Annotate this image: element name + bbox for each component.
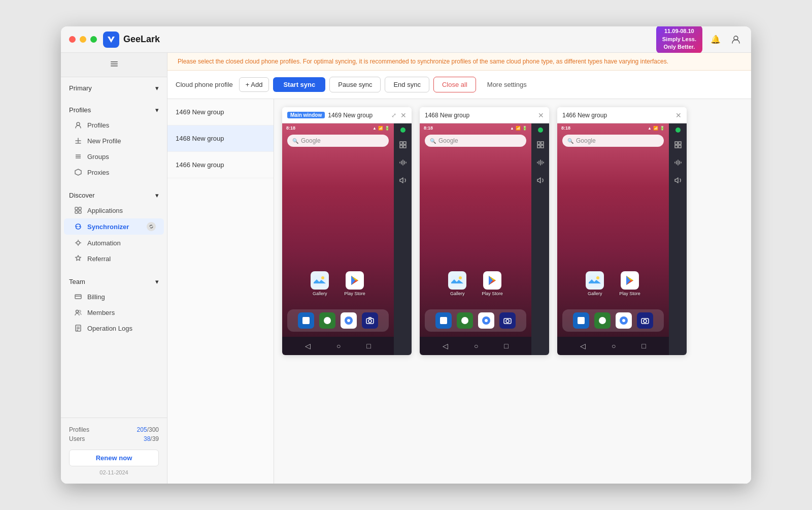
gallery-app-1468[interactable]: Gallery bbox=[448, 271, 466, 296]
sidebar-item-groups-label: Groups bbox=[87, 153, 109, 161]
more-settings-button[interactable]: More settings bbox=[480, 77, 534, 92]
dock-app-chrome-1466[interactable] bbox=[616, 312, 632, 329]
pause-sync-button[interactable]: Pause sync bbox=[329, 77, 381, 92]
dock-app-contacts-1469[interactable] bbox=[298, 312, 314, 329]
sidebar-item-operation-logs[interactable]: Operation Logs bbox=[64, 321, 164, 336]
playstore-app-1468[interactable]: Play Store bbox=[482, 271, 503, 296]
recents-btn-1469[interactable]: □ bbox=[366, 342, 370, 350]
close-all-button[interactable]: Close all bbox=[433, 77, 476, 92]
status-icons-1468: ▲ 📶 🔋 bbox=[510, 126, 527, 131]
gallery-app-1469[interactable]: Gallery bbox=[311, 271, 329, 296]
users-used: 38 bbox=[144, 435, 150, 442]
sidebar-item-new-profile[interactable]: New Profile bbox=[64, 133, 164, 148]
sidebar-item-referral[interactable]: Referral bbox=[64, 251, 164, 266]
close-icon-1469[interactable]: ✕ bbox=[400, 112, 407, 119]
dock-app-chrome-1469[interactable] bbox=[341, 312, 357, 329]
dock-app-camera-1469[interactable] bbox=[362, 312, 378, 329]
profiles-stats-value: 205/300 bbox=[137, 426, 159, 433]
back-btn-1468[interactable]: ◁ bbox=[443, 342, 448, 350]
svg-point-23 bbox=[321, 276, 324, 279]
vol-up-icon-1468[interactable] bbox=[536, 158, 545, 168]
profile-list-item-1466[interactable]: 1466 New group bbox=[167, 152, 274, 178]
discover-section-header[interactable]: Discover ▾ bbox=[61, 188, 167, 202]
primary-label: Primary bbox=[69, 84, 92, 92]
phone-apps-1468: Gallery bbox=[420, 271, 531, 296]
vol-up-icon-1466[interactable] bbox=[674, 158, 682, 168]
close-icon-1468[interactable]: ✕ bbox=[538, 112, 544, 119]
end-sync-button[interactable]: End sync bbox=[385, 77, 429, 92]
expand-icon-1469[interactable]: ⤢ bbox=[391, 112, 396, 119]
maximize-button[interactable] bbox=[90, 36, 97, 43]
home-btn-1469[interactable]: ○ bbox=[336, 342, 341, 350]
phone-dock-1468 bbox=[425, 309, 526, 332]
grid-icon-1468[interactable] bbox=[536, 141, 545, 150]
phone-nav-bar-1469: ◁ ○ □ bbox=[282, 337, 394, 355]
primary-section-header[interactable]: Primary ▾ bbox=[61, 81, 167, 95]
playstore-app-1469[interactable]: Play Store bbox=[344, 271, 365, 296]
home-btn-1468[interactable]: ○ bbox=[474, 342, 478, 350]
sidebar-item-automation-label: Automation bbox=[87, 239, 121, 247]
profile-list-item-1469[interactable]: 1469 New group bbox=[167, 99, 274, 125]
sidebar-item-billing[interactable]: Billing bbox=[64, 289, 164, 304]
phone-screen-1469[interactable]: 8:18 ▲ 📶 🔋 🔍 bbox=[282, 123, 394, 337]
back-btn-1466[interactable]: ◁ bbox=[580, 342, 586, 350]
grid-icon-1466[interactable] bbox=[674, 141, 682, 150]
dock-app-1-1466[interactable] bbox=[573, 312, 589, 329]
minimize-button[interactable] bbox=[80, 36, 86, 43]
promo-banner[interactable]: 11.09-08.10 Simply Less. Only Better. bbox=[656, 26, 702, 53]
sidebar-item-automation[interactable]: Automation bbox=[64, 235, 164, 250]
back-btn-1469[interactable]: ◁ bbox=[305, 342, 311, 350]
profiles-stats-label: Profiles bbox=[69, 426, 89, 433]
close-button[interactable] bbox=[69, 36, 76, 43]
renew-button[interactable]: Renew now bbox=[69, 450, 159, 466]
recents-btn-1468[interactable]: □ bbox=[504, 342, 508, 350]
phone-screen-1468[interactable]: 8:18 ▲ 📶 🔋 🔍 bbox=[420, 123, 531, 337]
sidebar-item-profiles[interactable]: Profiles bbox=[64, 117, 164, 133]
start-sync-button[interactable]: Start sync bbox=[273, 77, 325, 92]
user-account-icon[interactable] bbox=[729, 33, 743, 47]
dock-app-camera-1466[interactable] bbox=[637, 312, 653, 329]
sidebar-toggle-icon[interactable] bbox=[107, 57, 121, 73]
dock-app-camera-1468[interactable] bbox=[499, 312, 516, 329]
volume-down-icon-1469[interactable] bbox=[399, 176, 407, 186]
dock-app-green-1469[interactable] bbox=[319, 312, 335, 329]
add-button[interactable]: + Add bbox=[239, 77, 269, 92]
dock-app-1-1468[interactable] bbox=[435, 312, 452, 329]
sidebar-item-proxies[interactable]: Proxies bbox=[64, 165, 164, 180]
sidebar-item-synchronizer[interactable]: Synchronizer bbox=[64, 218, 164, 235]
phone-search-bar-1466[interactable]: 🔍 Google bbox=[562, 135, 664, 147]
phone-search-bar-1468[interactable]: 🔍 Google bbox=[425, 135, 526, 147]
phone-titlebar-left-1468: 1468 New group bbox=[425, 112, 469, 119]
dock-app-2-1466[interactable] bbox=[594, 312, 611, 329]
titlebar-right: 11.09-08.10 Simply Less. Only Better. 🔔 bbox=[656, 26, 743, 53]
notifications-icon[interactable]: 🔔 bbox=[708, 33, 723, 47]
svg-point-29 bbox=[368, 320, 371, 323]
dock-app-chrome-1468[interactable] bbox=[478, 312, 494, 329]
recents-btn-1466[interactable]: □ bbox=[641, 342, 646, 350]
phone-screen-1466[interactable]: 8:18 ▲ 📶 🔋 🔍 bbox=[557, 123, 669, 337]
profile-icon bbox=[74, 121, 82, 129]
sidebar-item-members[interactable]: Members bbox=[64, 305, 164, 320]
titlebar: GeeLark 11.09-08.10 Simply Less. Only Be… bbox=[61, 26, 751, 53]
phone-controls-1469 bbox=[394, 123, 412, 355]
close-icon-1466[interactable]: ✕ bbox=[675, 112, 682, 119]
vol-down-icon-1468[interactable] bbox=[536, 176, 545, 186]
profiles-section-header[interactable]: Profiles ▾ bbox=[61, 103, 167, 117]
gallery-app-1466[interactable]: Gallery bbox=[586, 271, 604, 296]
playstore-app-1466[interactable]: Play Store bbox=[619, 271, 640, 296]
gallery-app-icon-1469 bbox=[311, 271, 329, 290]
dock-app-2-1468[interactable] bbox=[457, 312, 473, 329]
profile-list-item-1468[interactable]: 1468 New group bbox=[167, 125, 274, 152]
home-btn-1466[interactable]: ○ bbox=[612, 342, 616, 350]
team-section-header[interactable]: Team ▾ bbox=[61, 275, 167, 289]
sidebar-item-groups[interactable]: Groups bbox=[64, 149, 164, 164]
users-total: /39 bbox=[150, 435, 159, 442]
promo-line1: Simply Less. bbox=[662, 36, 696, 43]
wifi-icon-1469: ▲ bbox=[373, 126, 377, 131]
phone-search-bar-1469[interactable]: 🔍 Google bbox=[287, 135, 389, 147]
sidebar-item-applications[interactable]: Applications bbox=[64, 203, 164, 218]
grid-icon-1469[interactable] bbox=[399, 141, 407, 150]
vol-down-icon-1466[interactable] bbox=[674, 176, 682, 186]
svg-rect-14 bbox=[75, 295, 81, 299]
volume-up-icon-1469[interactable] bbox=[399, 158, 407, 168]
